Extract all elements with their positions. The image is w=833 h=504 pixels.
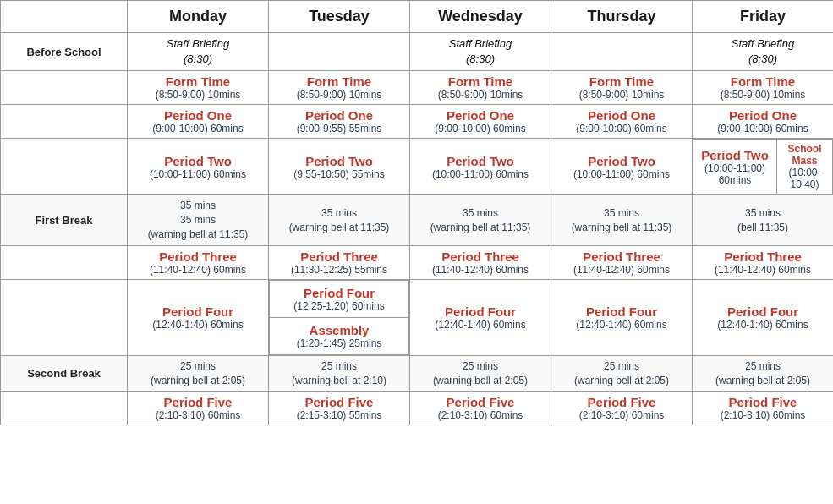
tuesday-first-break: 35 mins(warning bell at 11:35)	[269, 195, 410, 245]
thursday-first-break: 35 mins(warning bell at 11:35)	[551, 195, 693, 245]
wednesday-second-break: 25 mins(warning bell at 2:05)	[410, 355, 551, 392]
thursday-second-break: 25 mins(warning bell at 2:05)	[551, 355, 693, 392]
tuesday-form-time: Form Time (8:50-9:00) 10mins	[269, 71, 410, 105]
friday-form-time: Form Time (8:50-9:00) 10mins	[693, 71, 834, 105]
tuesday-before-school	[269, 33, 410, 71]
friday-period-two-main: Period Two (10:00-11:00) 60mins	[693, 140, 777, 194]
header-tuesday: Tuesday	[269, 1, 410, 33]
period-one-label-cell	[1, 105, 128, 139]
friday-period-four: Period Four (12:40-1:40) 60mins	[693, 279, 834, 355]
tuesday-period-one: Period One (9:00-9:55) 55mins	[269, 105, 410, 139]
thursday-period-five: Period Five (2:10-3:10) 60mins	[551, 392, 693, 425]
monday-period-three: Period Three (11:40-12:40) 60mins	[128, 245, 269, 279]
wednesday-period-two: Period Two (10:00-11:00) 60mins	[410, 139, 551, 195]
before-school-label: Before School	[1, 33, 128, 71]
tuesday-period-four: Period Four (12:25-1:20) 60mins Assembly…	[269, 279, 410, 355]
tuesday-second-break: 25 mins(warning bell at 2:10)	[269, 355, 410, 392]
header-thursday: Thursday	[551, 1, 693, 33]
period-five-label-cell	[1, 392, 128, 425]
form-time-label-cell	[1, 71, 128, 105]
wednesday-period-one: Period One (9:00-10:00) 60mins	[410, 105, 551, 139]
tuesday-period-three: Period Three (11:30-12:25) 55mins	[269, 245, 410, 279]
wednesday-period-five: Period Five (2:10-3:10) 60mins	[410, 392, 551, 425]
monday-second-break: 25 mins(warning bell at 2:05)	[128, 355, 269, 392]
monday-period-five: Period Five (2:10-3:10) 60mins	[128, 392, 269, 425]
thursday-period-one: Period One (9:00-10:00) 60mins	[551, 105, 693, 139]
monday-period-four: Period Four (12:40-1:40) 60mins	[128, 279, 269, 355]
thursday-period-three: Period Three (11:40-12:40) 60mins	[551, 245, 693, 279]
first-break-label: First Break	[1, 195, 128, 245]
monday-period-two: Period Two (10:00-11:00) 60mins	[128, 139, 269, 195]
wednesday-form-time: Form Time (8:50-9:00) 10mins	[410, 71, 551, 105]
thursday-period-two: Period Two (10:00-11:00) 60mins	[551, 139, 693, 195]
monday-first-break: 35 mins35 mins (warning bell at 11:35)	[128, 195, 269, 245]
thursday-form-time: Form Time (8:50-9:00) 10mins	[551, 71, 693, 105]
friday-first-break: 35 mins(bell 11:35)	[693, 195, 834, 245]
friday-school-mass: School Mass (10:00-10:40)	[777, 140, 833, 194]
corner-cell	[1, 1, 128, 33]
thursday-period-four: Period Four (12:40-1:40) 60mins	[551, 279, 693, 355]
friday-period-three: Period Three (11:40-12:40) 60mins	[693, 245, 834, 279]
period-two-label-cell	[1, 139, 128, 195]
wednesday-period-four: Period Four (12:40-1:40) 60mins	[410, 279, 551, 355]
monday-form-time: Form Time (8:50-9:00) 10mins	[128, 71, 269, 105]
header-wednesday: Wednesday	[410, 1, 551, 33]
friday-period-five: Period Five (2:10-3:10) 60mins	[693, 392, 834, 425]
friday-before-school: Staff Briefing (8:30)	[693, 33, 834, 71]
second-break-label: Second Break	[1, 355, 128, 392]
header-monday: Monday	[128, 1, 269, 33]
wednesday-period-three: Period Three (11:40-12:40) 60mins	[410, 245, 551, 279]
header-friday: Friday	[693, 1, 834, 33]
monday-before-school: Staff Briefing (8:30)	[128, 33, 269, 71]
tuesday-assembly: Assembly (1:20-1:45) 25mins	[270, 317, 409, 354]
tuesday-period-four-main: Period Four (12:25-1:20) 60mins	[270, 280, 409, 317]
monday-period-one: Period One (9:00-10:00) 60mins	[128, 105, 269, 139]
tuesday-period-two: Period Two (9:55-10:50) 55mins	[269, 139, 410, 195]
wednesday-first-break: 35 mins(warning bell at 11:35)	[410, 195, 551, 245]
friday-period-two-split: Period Two (10:00-11:00) 60mins School M…	[693, 139, 834, 195]
period-three-label-cell	[1, 245, 128, 279]
tuesday-period-five: Period Five (2:15-3:10) 55mins	[269, 392, 410, 425]
wednesday-before-school: Staff Briefing (8:30)	[410, 33, 551, 71]
friday-period-one: Period One (9:00-10:00) 60mins	[693, 105, 834, 139]
thursday-before-school	[551, 33, 693, 71]
period-four-label-cell	[1, 279, 128, 355]
friday-second-break: 25 mins(warning bell at 2:05)	[693, 355, 834, 392]
